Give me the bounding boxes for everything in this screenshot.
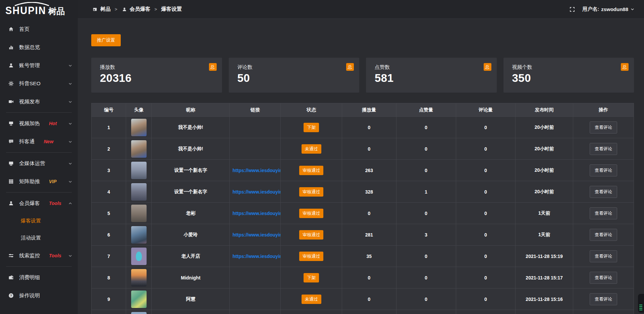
sidebar-item[interactable]: 视频发布 bbox=[0, 93, 78, 111]
sidebar-item[interactable]: ?操作说明 bbox=[0, 286, 78, 305]
chevron-down-icon bbox=[630, 7, 635, 11]
sidebar-item[interactable]: 抖客通New bbox=[0, 133, 78, 151]
cell-status: 未通过 bbox=[281, 138, 342, 160]
sidebar-divider bbox=[6, 192, 72, 193]
view-comments-button[interactable]: 查看评论 bbox=[590, 143, 617, 155]
table-row bbox=[92, 310, 634, 314]
sidebar-item[interactable]: 全媒体运营 bbox=[0, 154, 78, 172]
sidebar-item[interactable]: 数据总览 bbox=[0, 38, 78, 56]
video-link[interactable]: https://www.iesdouyin.c bbox=[232, 254, 280, 259]
view-comments-button[interactable]: 查看评论 bbox=[590, 164, 617, 176]
sidebar-item-label: 线索监控 bbox=[19, 252, 40, 259]
video-link[interactable]: https://www.iesdouyin.c bbox=[232, 232, 280, 238]
floating-widget[interactable] bbox=[638, 294, 644, 313]
cell-likes: 0 bbox=[396, 246, 456, 267]
view-comments-button[interactable]: 查看评论 bbox=[590, 293, 617, 305]
view-comments-button[interactable]: 查看评论 bbox=[590, 121, 617, 134]
cell-plays: 0 bbox=[342, 267, 396, 289]
table-row: 5老彬https://www.iesdouyin.c审核通过0001天前查看评论 bbox=[92, 203, 634, 224]
cell-likes: 0 bbox=[396, 160, 456, 181]
view-comments-button[interactable]: 查看评论 bbox=[590, 250, 617, 262]
cell-time: 20小时前 bbox=[516, 138, 573, 160]
user-menu[interactable]: 用户名: zswodun88 bbox=[582, 6, 635, 12]
view-comments-button[interactable]: 查看评论 bbox=[590, 229, 617, 241]
cell-likes: 0 bbox=[396, 138, 456, 160]
video-link[interactable]: https://www.iesdouyin.c bbox=[232, 189, 280, 195]
cell-plays: 328 bbox=[342, 181, 396, 203]
cell-avatar bbox=[126, 224, 152, 246]
sidebar-item[interactable]: 抖音SEO bbox=[0, 74, 78, 93]
sidebar-item[interactable]: 矩阵助推VIP bbox=[0, 172, 78, 191]
status-badge: 下架 bbox=[304, 123, 319, 132]
cell-id: 9 bbox=[92, 289, 126, 310]
cell-time: 1天前 bbox=[516, 224, 573, 246]
sidebar-item-label: 操作说明 bbox=[19, 292, 40, 299]
cell-comments: 0 bbox=[456, 289, 516, 310]
cell-action: 查看评论 bbox=[573, 267, 634, 289]
sidebar-item[interactable]: 首页 bbox=[0, 20, 78, 38]
sidebar-item-label: 消费明细 bbox=[19, 274, 40, 281]
stat-card-value: 581 bbox=[375, 72, 488, 85]
cell-comments: 0 bbox=[456, 117, 516, 138]
cell-status: 审核通过 bbox=[281, 203, 342, 224]
chevron-down-icon bbox=[68, 179, 72, 184]
cell-id: 4 bbox=[92, 181, 126, 203]
cell-link: https://www.iesdouyin.c bbox=[230, 181, 281, 203]
cell-id: 6 bbox=[92, 224, 126, 246]
cell-nickname: 设置一个新名字 bbox=[152, 160, 230, 181]
sidebar-item[interactable]: 会员爆客Tools bbox=[0, 194, 78, 212]
main-area: 树品>会员爆客>爆客设置 用户名: zswodun88 推广设置 播放数2031… bbox=[78, 0, 644, 314]
video-link[interactable]: https://www.iesdouyin.c bbox=[232, 211, 280, 216]
sidebar-subitem[interactable]: 爆客设置 bbox=[0, 212, 78, 229]
chevron-down-icon bbox=[68, 63, 72, 68]
sidebar-item-label: 首页 bbox=[19, 26, 30, 33]
breadcrumb-item[interactable]: 爆客设置 bbox=[161, 6, 182, 13]
breadcrumb: 树品>会员爆客>爆客设置 bbox=[92, 6, 182, 13]
cell-status: 未通过 bbox=[281, 289, 342, 310]
view-comments-button[interactable]: 查看评论 bbox=[590, 272, 617, 284]
avatar bbox=[131, 312, 147, 314]
avatar bbox=[131, 291, 147, 308]
chevron-down-icon bbox=[68, 121, 72, 126]
cell-nickname: 老人开店 bbox=[152, 246, 230, 267]
sidebar-subitem[interactable]: 活动设置 bbox=[0, 229, 78, 247]
cell-comments: 0 bbox=[456, 224, 516, 246]
cell-action: 查看评论 bbox=[573, 289, 634, 310]
table-row: 6小爱玲https://www.iesdouyin.c审核通过281301天前查… bbox=[92, 224, 634, 246]
cell-id: 8 bbox=[92, 267, 126, 289]
cell-comments bbox=[456, 310, 516, 314]
cell-action: 查看评论 bbox=[573, 160, 634, 181]
sidebar-item[interactable]: 视频加热Hot bbox=[0, 114, 78, 133]
video-link[interactable]: https://www.iesdouyin.c bbox=[232, 168, 280, 173]
cell-plays: 0 bbox=[342, 138, 396, 160]
svg-text:?: ? bbox=[10, 294, 12, 297]
promo-settings-button[interactable]: 推广设置 bbox=[91, 34, 121, 46]
stat-card: 点赞数581总 bbox=[366, 58, 497, 93]
cell-comments: 0 bbox=[456, 160, 516, 181]
sidebar-item[interactable]: 账号管理 bbox=[0, 56, 78, 74]
stat-card-label: 播放数 bbox=[100, 64, 213, 70]
breadcrumb-item[interactable]: 树品 bbox=[92, 6, 111, 13]
sidebar-item[interactable]: 线索监控Tools bbox=[0, 247, 78, 265]
cell-avatar bbox=[126, 138, 152, 160]
chevron-down-icon bbox=[68, 100, 72, 104]
cell-nickname: 设置一个新名字 bbox=[152, 181, 230, 203]
stat-card-label: 点赞数 bbox=[375, 64, 488, 70]
chevron-down-icon bbox=[68, 82, 72, 86]
fullscreen-icon[interactable] bbox=[570, 7, 575, 12]
table-row: 2我不是小帅!未通过00020小时前查看评论 bbox=[92, 138, 634, 160]
cell-id: 2 bbox=[92, 138, 126, 160]
view-comments-button[interactable]: 查看评论 bbox=[590, 207, 617, 219]
sidebar-item[interactable]: 消费明细 bbox=[0, 268, 78, 286]
stat-card-total-badge: 总 bbox=[621, 63, 629, 71]
table-row: 3设置一个新名字https://www.iesdouyin.c审核通过26300… bbox=[92, 160, 634, 181]
breadcrumb-item[interactable]: 会员爆客 bbox=[121, 6, 151, 13]
cell-plays: 263 bbox=[342, 160, 396, 181]
sidebar-item-label: 抖音SEO bbox=[19, 80, 41, 87]
column-header: 播放量 bbox=[342, 103, 396, 117]
cell-time: 1天前 bbox=[516, 203, 573, 224]
status-badge: 下架 bbox=[304, 273, 319, 282]
cell-status: 审核通过 bbox=[281, 160, 342, 181]
app-logo[interactable]: SHUPIN树品 bbox=[0, 0, 78, 17]
view-comments-button[interactable]: 查看评论 bbox=[590, 186, 617, 198]
